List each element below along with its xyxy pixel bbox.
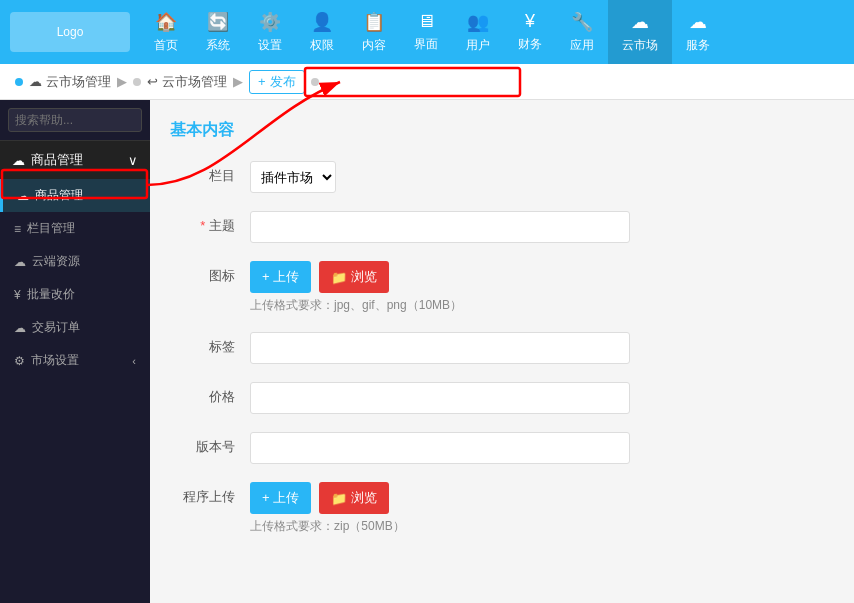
nav-label-permission: 权限 <box>310 37 334 54</box>
sidebar-item-product-label: 商品管理 <box>35 187 83 204</box>
main-layout: ☁ 商品管理 ∨ ☁ 商品管理 ≡ 栏目管理 ☁ 云端资源 ¥ 批量改价 ☁ 交… <box>0 100 854 603</box>
nav-label-content: 内容 <box>362 37 386 54</box>
publish-icon: + <box>258 74 266 89</box>
cloud-resource-icon: ☁ <box>14 255 26 269</box>
program-hint: 上传格式要求：zip（50MB） <box>250 518 630 535</box>
program-label: 程序上传 <box>170 482 250 506</box>
sidebar-item-category-label: 栏目管理 <box>27 220 75 237</box>
product-manage-icon: ☁ <box>17 189 29 203</box>
content-icon: 📋 <box>363 11 385 33</box>
nav-item-app[interactable]: 🔧 应用 <box>556 0 608 64</box>
browse-program-btn[interactable]: 📁 浏览 <box>319 482 389 514</box>
folder-icon: 📁 <box>331 270 347 285</box>
cloud-market-breadcrumb-icon: ☁ <box>29 74 42 89</box>
browse-icon-label: 浏览 <box>351 268 377 286</box>
tag-control <box>250 332 630 364</box>
breadcrumb-publish[interactable]: + 发布 <box>249 70 305 94</box>
nav-items: 🏠 首页 🔄 系统 ⚙️ 设置 👤 权限 📋 内容 🖥 界面 👥 用户 ¥ <box>140 0 844 64</box>
price-control <box>250 382 630 414</box>
icon-btn-group: + 上传 📁 浏览 <box>250 261 630 293</box>
permission-icon: 👤 <box>311 11 333 33</box>
upload-program-btn[interactable]: + 上传 <box>250 482 311 514</box>
sidebar-item-batch-label: 批量改价 <box>27 286 75 303</box>
version-input[interactable] <box>250 432 630 464</box>
product-group-icon: ☁ <box>12 153 25 168</box>
user-icon: 👥 <box>467 11 489 33</box>
service-icon: ☁ <box>689 11 707 33</box>
nav-label-app: 应用 <box>570 37 594 54</box>
nav-label-user: 用户 <box>466 37 490 54</box>
folder-program-icon: 📁 <box>331 491 347 506</box>
form-row-icon: 图标 + 上传 📁 浏览 上传格式要求：jpg、gif、png（10MB） <box>170 261 834 314</box>
nav-item-settings[interactable]: ⚙️ 设置 <box>244 0 296 64</box>
tag-label: 标签 <box>170 332 250 356</box>
logo: Logo <box>10 12 130 52</box>
sidebar-item-market-label: 市场设置 <box>31 352 79 369</box>
breadcrumb-back[interactable]: ↩ 云市场管理 <box>147 73 227 91</box>
content-area: 基本内容 栏目 插件市场 模板市场 服务市场 主题 <box>150 100 854 603</box>
form-row-program: 程序上传 + 上传 📁 浏览 上传格式要求：zip（50MB） <box>170 482 834 535</box>
market-settings-arrow: ‹ <box>132 355 136 367</box>
icon-label: 图标 <box>170 261 250 285</box>
tag-input[interactable] <box>250 332 630 364</box>
nav-item-finance[interactable]: ¥ 财务 <box>504 0 556 64</box>
category-select[interactable]: 插件市场 模板市场 服务市场 <box>250 161 336 193</box>
sidebar-item-trade-label: 交易订单 <box>32 319 80 336</box>
nav-label-cloud-market: 云市场 <box>622 37 658 54</box>
back-icon: ↩ <box>147 74 158 89</box>
nav-item-user[interactable]: 👥 用户 <box>452 0 504 64</box>
batch-price-icon: ¥ <box>14 288 21 302</box>
sidebar-item-cloud-label: 云端资源 <box>32 253 80 270</box>
nav-label-system: 系统 <box>206 37 230 54</box>
breadcrumb-separator-2: ▶ <box>233 74 243 89</box>
form-row-theme: 主题 <box>170 211 834 243</box>
nav-item-content[interactable]: 📋 内容 <box>348 0 400 64</box>
category-label: 栏目 <box>170 161 250 185</box>
theme-control <box>250 211 630 243</box>
nav-item-permission[interactable]: 👤 权限 <box>296 0 348 64</box>
form-row-category: 栏目 插件市场 模板市场 服务市场 <box>170 161 834 193</box>
category-icon: ≡ <box>14 222 21 236</box>
nav-label-ui: 界面 <box>414 36 438 53</box>
breadcrumb-back-label: 云市场管理 <box>162 73 227 91</box>
program-control: + 上传 📁 浏览 上传格式要求：zip（50MB） <box>250 482 630 535</box>
breadcrumb-home-label: 云市场管理 <box>46 73 111 91</box>
breadcrumb-cloud-market[interactable]: ☁ 云市场管理 <box>29 73 111 91</box>
browse-icon-btn[interactable]: 📁 浏览 <box>319 261 389 293</box>
program-btn-group: + 上传 📁 浏览 <box>250 482 630 514</box>
search-input[interactable] <box>8 108 142 132</box>
sidebar-item-market-settings[interactable]: ⚙ 市场设置 ‹ <box>0 344 150 377</box>
sidebar-item-batch-price[interactable]: ¥ 批量改价 <box>0 278 150 311</box>
breadcrumb-dot-1 <box>15 78 23 86</box>
sidebar-item-category[interactable]: ≡ 栏目管理 <box>0 212 150 245</box>
theme-input[interactable] <box>250 211 630 243</box>
chevron-down-icon: ∨ <box>128 153 138 168</box>
app-icon: 🔧 <box>571 11 593 33</box>
nav-item-home[interactable]: 🏠 首页 <box>140 0 192 64</box>
breadcrumb-dot-2 <box>133 78 141 86</box>
breadcrumb-separator: ▶ <box>117 74 127 89</box>
cloud-market-icon: ☁ <box>631 11 649 33</box>
nav-item-system[interactable]: 🔄 系统 <box>192 0 244 64</box>
upload-icon-btn[interactable]: + 上传 <box>250 261 311 293</box>
breadcrumb-publish-label: 发布 <box>270 73 296 91</box>
nav-item-ui[interactable]: 🖥 界面 <box>400 0 452 64</box>
nav-item-service[interactable]: ☁ 服务 <box>672 0 724 64</box>
nav-item-cloud-market[interactable]: ☁ 云市场 <box>608 0 672 64</box>
ui-icon: 🖥 <box>417 11 435 32</box>
page-title: 基本内容 <box>170 120 834 141</box>
sidebar: ☁ 商品管理 ∨ ☁ 商品管理 ≡ 栏目管理 ☁ 云端资源 ¥ 批量改价 ☁ 交… <box>0 100 150 603</box>
icon-hint: 上传格式要求：jpg、gif、png（10MB） <box>250 297 630 314</box>
breadcrumb-dot-3 <box>311 78 319 86</box>
top-nav: Logo 🏠 首页 🔄 系统 ⚙️ 设置 👤 权限 📋 内容 🖥 界面 👥 用 <box>0 0 854 64</box>
system-icon: 🔄 <box>207 11 229 33</box>
price-label: 价格 <box>170 382 250 406</box>
sidebar-item-trade-order[interactable]: ☁ 交易订单 <box>0 311 150 344</box>
settings-icon: ⚙️ <box>259 11 281 33</box>
nav-label-service: 服务 <box>686 37 710 54</box>
sidebar-group-product[interactable]: ☁ 商品管理 ∨ <box>0 141 150 179</box>
sidebar-item-cloud-resource[interactable]: ☁ 云端资源 <box>0 245 150 278</box>
sidebar-item-product-manage[interactable]: ☁ 商品管理 <box>0 179 150 212</box>
category-control: 插件市场 模板市场 服务市场 <box>250 161 630 193</box>
price-input[interactable] <box>250 382 630 414</box>
